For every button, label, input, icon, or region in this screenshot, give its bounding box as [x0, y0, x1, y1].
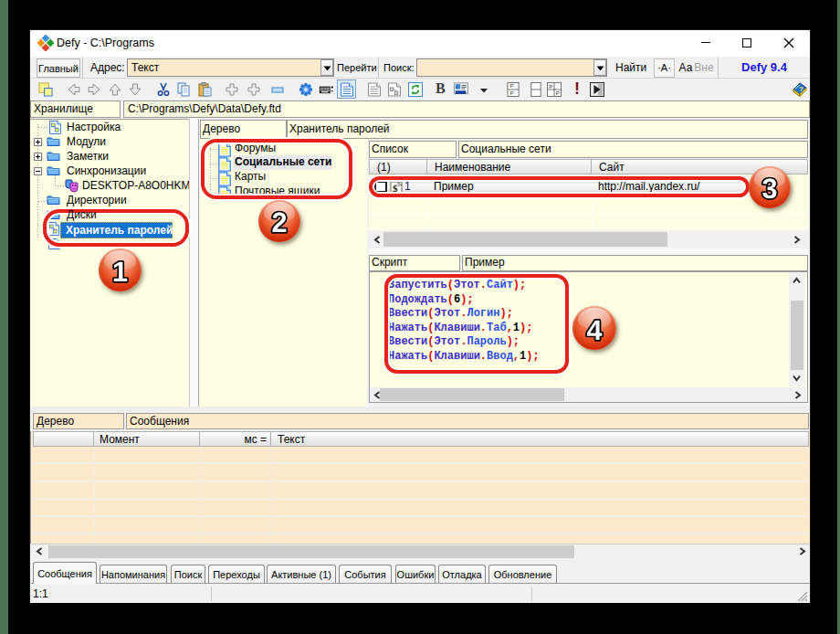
svg-text:P: P: [556, 90, 560, 96]
svg-text:?: ?: [799, 85, 803, 93]
svg-text:P: P: [549, 83, 552, 90]
svg-text:P: P: [509, 82, 513, 89]
svg-text:P: P: [509, 90, 513, 96]
